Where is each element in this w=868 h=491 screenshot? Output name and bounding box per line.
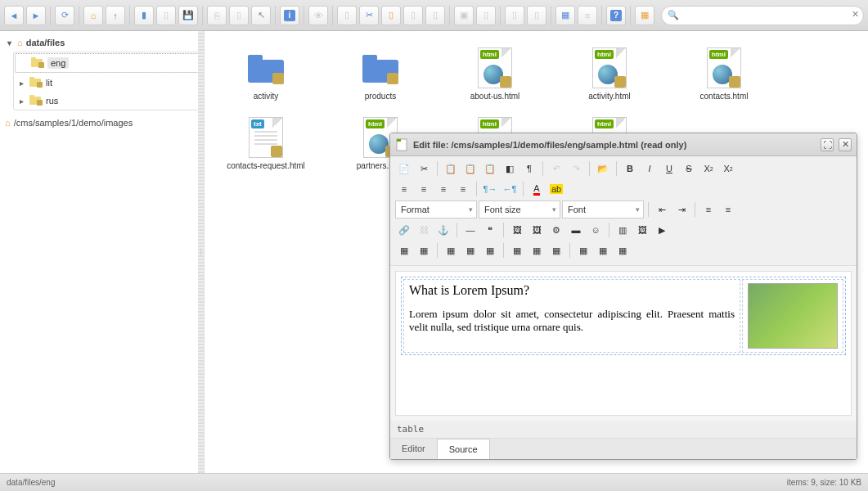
- flash-icon[interactable]: ⚙: [547, 221, 565, 239]
- col-delete-icon[interactable]: ▦: [547, 241, 565, 259]
- tree-root-images[interactable]: ⌂ /cms/samples/1/demo/images: [3, 115, 200, 130]
- copy-button[interactable]: ⎘: [207, 6, 227, 25]
- folder-open-icon[interactable]: 📂: [594, 160, 612, 178]
- row-after-icon[interactable]: ▦: [461, 241, 479, 259]
- table-icon[interactable]: ▦: [395, 241, 413, 259]
- redo-icon[interactable]: ↷: [567, 160, 585, 178]
- underline-icon[interactable]: U: [660, 160, 678, 178]
- search-input[interactable]: [661, 6, 864, 25]
- subscript-icon[interactable]: X2: [699, 160, 717, 178]
- image2-icon[interactable]: 🖼: [528, 221, 546, 239]
- col-after-icon[interactable]: ▦: [528, 241, 546, 259]
- text-color-icon[interactable]: A: [528, 180, 546, 198]
- tree-item-eng[interactable]: eng: [15, 53, 199, 73]
- file-item[interactable]: activity: [225, 47, 307, 101]
- paste-button[interactable]: ▯: [229, 6, 249, 25]
- tab-editor[interactable]: Editor: [390, 439, 437, 459]
- outdent-icon[interactable]: ⇤: [653, 200, 671, 218]
- help-button[interactable]: ?: [606, 6, 626, 25]
- unlink-icon[interactable]: ⛓: [415, 221, 433, 239]
- duplicate-button[interactable]: ▯: [381, 6, 401, 25]
- eraser-icon[interactable]: ◧: [501, 160, 519, 178]
- hr-icon[interactable]: —: [461, 221, 479, 239]
- undo-icon[interactable]: ↶: [547, 160, 565, 178]
- ordered-list-icon[interactable]: ≡: [699, 200, 717, 218]
- paste-text-icon[interactable]: 📋: [461, 160, 479, 178]
- view-icons-button[interactable]: ▦: [555, 6, 575, 25]
- view-list-button[interactable]: ≡: [578, 6, 597, 25]
- file-item[interactable]: products: [340, 47, 421, 101]
- close-button[interactable]: ✕: [839, 138, 852, 151]
- file-item[interactable]: html about-us.html: [454, 47, 536, 101]
- expand-icon[interactable]: ▸: [17, 97, 26, 106]
- select-button[interactable]: ▣: [454, 6, 474, 25]
- bg-color-icon[interactable]: ab: [547, 180, 565, 198]
- italic-icon[interactable]: I: [641, 160, 659, 178]
- rotate-button[interactable]: ▯: [527, 6, 546, 25]
- columns-icon[interactable]: ▥: [614, 221, 632, 239]
- home-button[interactable]: ⌂: [83, 6, 103, 25]
- bold-icon[interactable]: B: [621, 160, 639, 178]
- info-button[interactable]: i: [280, 6, 299, 25]
- widget-icon[interactable]: ▬: [567, 221, 585, 239]
- row-delete-icon[interactable]: ▦: [481, 241, 499, 259]
- align-right-icon[interactable]: ≡: [434, 180, 452, 198]
- align-justify-icon[interactable]: ≡: [454, 180, 472, 198]
- rtl-icon[interactable]: ←¶: [501, 180, 519, 198]
- clipboard-button[interactable]: ▯: [403, 6, 423, 25]
- unordered-list-icon[interactable]: ≡: [719, 200, 737, 218]
- save-button[interactable]: 💾: [178, 6, 198, 25]
- row-before-icon[interactable]: ▦: [442, 241, 460, 259]
- preview-button[interactable]: 👁: [308, 6, 328, 25]
- tree-root-files[interactable]: ▾ ⌂ data/files: [3, 35, 200, 50]
- sidebar-resize-handle[interactable]: ⋮: [198, 31, 204, 473]
- file-item[interactable]: html activity.html: [569, 47, 650, 101]
- new-file-button[interactable]: ▯: [156, 6, 176, 25]
- align-center-icon[interactable]: ≡: [415, 180, 433, 198]
- copy-icon[interactable]: 📄: [395, 160, 413, 178]
- cut-button[interactable]: ✂: [359, 6, 379, 25]
- file-item[interactable]: txt contacts-request.html: [225, 117, 307, 170]
- file-item[interactable]: html contacts.html: [683, 47, 765, 101]
- col-before-icon[interactable]: ▦: [508, 241, 526, 259]
- delete-button[interactable]: ▯: [425, 6, 445, 25]
- table-props-icon[interactable]: ▦: [415, 241, 433, 259]
- pilcrow-icon[interactable]: ¶: [520, 160, 538, 178]
- new-folder-button[interactable]: ▮: [134, 6, 154, 25]
- cell-props-icon[interactable]: ▦: [614, 241, 632, 259]
- extract-button[interactable]: ▯: [476, 6, 496, 25]
- forward-button[interactable]: ►: [26, 6, 46, 25]
- grid-button[interactable]: ▦: [635, 6, 654, 25]
- resize-button[interactable]: ▯: [505, 6, 524, 25]
- fontsize-select[interactable]: Font size: [479, 200, 560, 218]
- ltr-icon[interactable]: ¶→: [481, 180, 499, 198]
- smiley-icon[interactable]: ☺: [587, 221, 605, 239]
- indent-icon[interactable]: ⇥: [672, 200, 690, 218]
- image-icon[interactable]: 🖼: [508, 221, 526, 239]
- refresh-button[interactable]: ⟳: [55, 6, 74, 25]
- paste-icon[interactable]: 📋: [442, 160, 460, 178]
- superscript-icon[interactable]: X2: [719, 160, 737, 178]
- quote-icon[interactable]: ❝: [481, 221, 499, 239]
- edit-button[interactable]: ▯: [337, 6, 357, 25]
- dialog-titlebar[interactable]: Edit file: /cms/samples/1/demo/files/eng…: [390, 133, 857, 156]
- back-button[interactable]: ◄: [4, 6, 24, 25]
- format-select[interactable]: Format: [395, 200, 477, 218]
- paste-word-icon[interactable]: 📋: [481, 160, 499, 178]
- editor-body[interactable]: What is Lorem Ipsum? Lorem ipsum dolor s…: [395, 271, 852, 416]
- tree-item-lit[interactable]: ▸ lit: [14, 74, 200, 92]
- picture-icon[interactable]: 🖼: [633, 221, 651, 239]
- cell-split-icon[interactable]: ▦: [594, 241, 612, 259]
- strike-icon[interactable]: S: [680, 160, 698, 178]
- up-button[interactable]: ↑: [106, 6, 125, 25]
- align-left-icon[interactable]: ≡: [395, 180, 413, 198]
- cursor-button[interactable]: ↖: [251, 6, 271, 25]
- cell-merge-icon[interactable]: ▦: [574, 241, 592, 259]
- tab-source[interactable]: Source: [437, 439, 490, 459]
- maximize-button[interactable]: ⛶: [821, 138, 834, 151]
- search-clear-icon[interactable]: ✕: [852, 9, 859, 20]
- link-icon[interactable]: 🔗: [395, 221, 413, 239]
- anchor-icon[interactable]: ⚓: [434, 221, 452, 239]
- collapse-icon[interactable]: ▾: [5, 38, 14, 47]
- cut-icon[interactable]: ✂: [415, 160, 433, 178]
